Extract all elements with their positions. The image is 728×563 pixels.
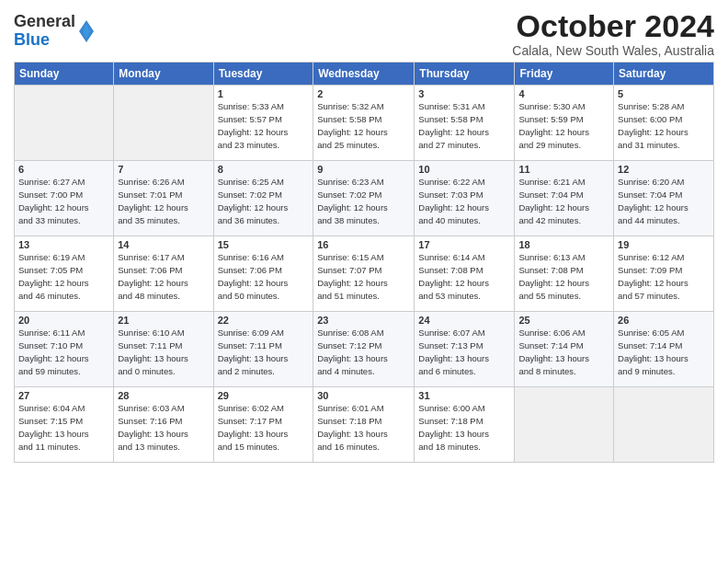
day-number: 22 [218, 315, 310, 326]
day-number: 11 [518, 164, 609, 175]
day-number: 27 [18, 390, 109, 401]
calendar-cell [15, 86, 114, 161]
day-number: 14 [118, 239, 209, 250]
calendar-cell: 20Sunrise: 6:11 AMSunset: 7:10 PMDayligh… [15, 312, 114, 387]
day-number: 16 [317, 239, 410, 250]
day-detail: Sunrise: 6:09 AMSunset: 7:11 PMDaylight:… [218, 327, 310, 377]
calendar-cell: 24Sunrise: 6:07 AMSunset: 7:13 PMDayligh… [415, 312, 515, 387]
col-header-sunday: Sunday [15, 63, 114, 86]
day-detail: Sunrise: 6:08 AMSunset: 7:12 PMDaylight:… [317, 327, 410, 377]
day-detail: Sunrise: 5:32 AMSunset: 5:58 PMDaylight:… [317, 100, 410, 151]
calendar-cell: 9Sunrise: 6:23 AMSunset: 7:02 PMDaylight… [313, 161, 415, 236]
day-detail: Sunrise: 6:15 AMSunset: 7:07 PMDaylight:… [317, 251, 410, 302]
day-number: 8 [218, 164, 310, 175]
calendar-cell: 5Sunrise: 5:28 AMSunset: 6:00 PMDaylight… [614, 86, 714, 161]
day-detail: Sunrise: 6:13 AMSunset: 7:08 PMDaylight:… [518, 251, 609, 302]
col-header-wednesday: Wednesday [313, 63, 415, 86]
calendar-cell: 11Sunrise: 6:21 AMSunset: 7:04 PMDayligh… [515, 161, 614, 236]
day-detail: Sunrise: 6:27 AMSunset: 7:00 PMDaylight:… [18, 176, 109, 226]
day-number: 1 [218, 88, 310, 99]
logo-general: General [14, 12, 75, 30]
title-block: October 2024 Calala, New South Wales, Au… [512, 9, 714, 58]
day-detail: Sunrise: 6:22 AMSunset: 7:03 PMDaylight:… [418, 176, 510, 226]
day-detail: Sunrise: 6:16 AMSunset: 7:06 PMDaylight:… [218, 251, 310, 302]
calendar-cell: 13Sunrise: 6:19 AMSunset: 7:05 PMDayligh… [15, 236, 114, 312]
calendar-week-row: 27Sunrise: 6:04 AMSunset: 7:15 PMDayligh… [15, 387, 714, 463]
logo-icon [77, 18, 96, 44]
month-title: October 2024 [512, 9, 714, 43]
day-detail: Sunrise: 6:17 AMSunset: 7:06 PMDaylight:… [118, 251, 209, 302]
calendar-header-row: SundayMondayTuesdayWednesdayThursdayFrid… [15, 63, 714, 86]
day-number: 4 [518, 88, 609, 99]
calendar-cell: 10Sunrise: 6:22 AMSunset: 7:03 PMDayligh… [415, 161, 515, 236]
day-detail: Sunrise: 5:31 AMSunset: 5:58 PMDaylight:… [418, 100, 510, 151]
day-detail: Sunrise: 6:25 AMSunset: 7:02 PMDaylight:… [218, 176, 310, 226]
day-number: 21 [118, 315, 209, 326]
calendar-cell [614, 387, 714, 463]
day-detail: Sunrise: 5:28 AMSunset: 6:00 PMDaylight:… [618, 100, 710, 151]
day-number: 30 [317, 390, 410, 401]
day-number: 24 [418, 315, 510, 326]
calendar-cell: 30Sunrise: 6:01 AMSunset: 7:18 PMDayligh… [313, 387, 415, 463]
day-detail: Sunrise: 5:33 AMSunset: 5:57 PMDaylight:… [218, 100, 310, 151]
calendar-cell: 25Sunrise: 6:06 AMSunset: 7:14 PMDayligh… [515, 312, 614, 387]
calendar-cell: 16Sunrise: 6:15 AMSunset: 7:07 PMDayligh… [313, 236, 415, 312]
calendar-cell: 3Sunrise: 5:31 AMSunset: 5:58 PMDaylight… [415, 86, 515, 161]
day-number: 10 [418, 164, 510, 175]
day-detail: Sunrise: 6:23 AMSunset: 7:02 PMDaylight:… [317, 176, 410, 226]
calendar-cell: 28Sunrise: 6:03 AMSunset: 7:16 PMDayligh… [114, 387, 213, 463]
day-number: 18 [518, 239, 609, 250]
day-detail: Sunrise: 6:00 AMSunset: 7:18 PMDaylight:… [418, 402, 510, 453]
calendar-cell: 29Sunrise: 6:02 AMSunset: 7:17 PMDayligh… [213, 387, 313, 463]
header: General Blue October 2024 Calala, New So… [14, 9, 714, 58]
calendar-cell: 15Sunrise: 6:16 AMSunset: 7:06 PMDayligh… [213, 236, 313, 312]
day-number: 31 [418, 390, 510, 401]
day-number: 17 [418, 239, 510, 250]
day-number: 23 [317, 315, 410, 326]
day-detail: Sunrise: 6:11 AMSunset: 7:10 PMDaylight:… [18, 327, 109, 377]
calendar-cell: 8Sunrise: 6:25 AMSunset: 7:02 PMDaylight… [213, 161, 313, 236]
day-detail: Sunrise: 6:03 AMSunset: 7:16 PMDaylight:… [118, 402, 209, 453]
day-number: 15 [218, 239, 310, 250]
day-detail: Sunrise: 6:05 AMSunset: 7:14 PMDaylight:… [618, 327, 710, 377]
day-number: 6 [18, 164, 109, 175]
day-number: 20 [18, 315, 109, 326]
calendar-cell: 26Sunrise: 6:05 AMSunset: 7:14 PMDayligh… [614, 312, 714, 387]
day-number: 12 [618, 164, 710, 175]
day-detail: Sunrise: 6:20 AMSunset: 7:04 PMDaylight:… [618, 176, 710, 226]
calendar-table: SundayMondayTuesdayWednesdayThursdayFrid… [14, 62, 714, 463]
day-detail: Sunrise: 6:19 AMSunset: 7:05 PMDaylight:… [18, 251, 109, 302]
calendar-cell: 14Sunrise: 6:17 AMSunset: 7:06 PMDayligh… [114, 236, 213, 312]
day-number: 2 [317, 88, 410, 99]
calendar-week-row: 13Sunrise: 6:19 AMSunset: 7:05 PMDayligh… [15, 236, 714, 312]
day-detail: Sunrise: 6:01 AMSunset: 7:18 PMDaylight:… [317, 402, 410, 453]
day-detail: Sunrise: 6:12 AMSunset: 7:09 PMDaylight:… [618, 251, 710, 302]
location: Calala, New South Wales, Australia [512, 43, 714, 58]
calendar-cell [515, 387, 614, 463]
day-detail: Sunrise: 6:26 AMSunset: 7:01 PMDaylight:… [118, 176, 209, 226]
day-detail: Sunrise: 6:02 AMSunset: 7:17 PMDaylight:… [218, 402, 310, 453]
calendar-cell [114, 86, 213, 161]
calendar-cell: 19Sunrise: 6:12 AMSunset: 7:09 PMDayligh… [614, 236, 714, 312]
day-number: 5 [618, 88, 710, 99]
calendar-cell: 17Sunrise: 6:14 AMSunset: 7:08 PMDayligh… [415, 236, 515, 312]
calendar-cell: 12Sunrise: 6:20 AMSunset: 7:04 PMDayligh… [614, 161, 714, 236]
col-header-thursday: Thursday [415, 63, 515, 86]
calendar-cell: 31Sunrise: 6:00 AMSunset: 7:18 PMDayligh… [415, 387, 515, 463]
day-number: 13 [18, 239, 109, 250]
calendar-cell: 18Sunrise: 6:13 AMSunset: 7:08 PMDayligh… [515, 236, 614, 312]
calendar-cell: 2Sunrise: 5:32 AMSunset: 5:58 PMDaylight… [313, 86, 415, 161]
col-header-friday: Friday [515, 63, 614, 86]
day-number: 28 [118, 390, 209, 401]
day-detail: Sunrise: 6:04 AMSunset: 7:15 PMDaylight:… [18, 402, 109, 453]
calendar-week-row: 20Sunrise: 6:11 AMSunset: 7:10 PMDayligh… [15, 312, 714, 387]
day-number: 29 [218, 390, 310, 401]
day-number: 7 [118, 164, 209, 175]
day-number: 19 [618, 239, 710, 250]
page-container: General Blue October 2024 Calala, New So… [0, 0, 728, 467]
day-detail: Sunrise: 6:10 AMSunset: 7:11 PMDaylight:… [118, 327, 209, 377]
calendar-cell: 23Sunrise: 6:08 AMSunset: 7:12 PMDayligh… [313, 312, 415, 387]
calendar-week-row: 1Sunrise: 5:33 AMSunset: 5:57 PMDaylight… [15, 86, 714, 161]
day-number: 26 [618, 315, 710, 326]
calendar-cell: 6Sunrise: 6:27 AMSunset: 7:00 PMDaylight… [15, 161, 114, 236]
